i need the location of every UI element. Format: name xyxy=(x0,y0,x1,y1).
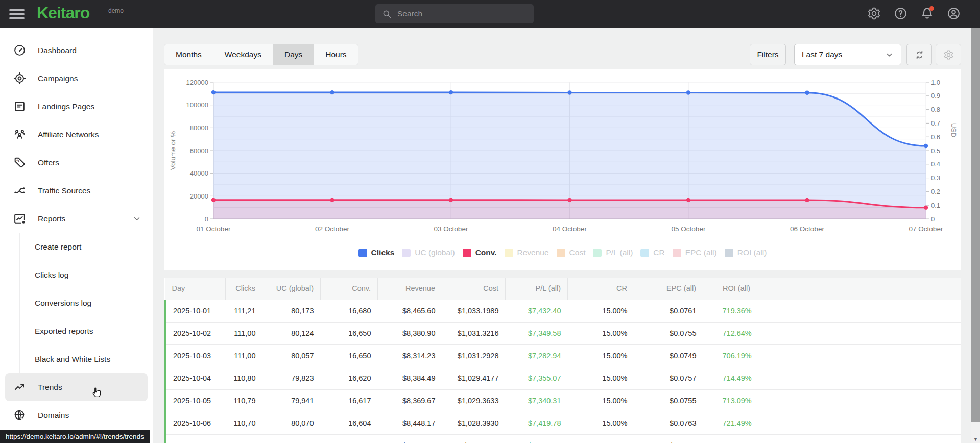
page-scrollbar[interactable]: ▼ xyxy=(971,28,980,443)
cell-conv: 16,617 xyxy=(321,389,378,412)
svg-text:40000: 40000 xyxy=(190,169,208,177)
landings-icon xyxy=(13,100,26,113)
cell-p-l-all: $7,419.78 xyxy=(506,412,568,434)
tab-months[interactable]: Months xyxy=(164,44,213,65)
cell-p-l-all: $7,432.40 xyxy=(506,300,568,322)
scrollbar-thumb[interactable] xyxy=(971,28,980,422)
svg-text:05 October: 05 October xyxy=(672,225,706,233)
legend-label: UC (global) xyxy=(415,248,455,257)
cell-roi-all: 713.09% xyxy=(703,389,962,412)
legend-item-epc-all[interactable]: EPC (all) xyxy=(673,248,717,257)
global-search[interactable] xyxy=(375,4,534,23)
sidebar-item-traffic-sources[interactable]: Traffic Sources xyxy=(0,177,153,205)
legend-item-revenue[interactable]: Revenue xyxy=(505,248,549,257)
column-header-cost[interactable]: Cost xyxy=(442,278,506,300)
cell-epc-all: $0.0749 xyxy=(634,344,703,367)
tab-weekdays[interactable]: Weekdays xyxy=(213,44,273,65)
cell-roi-all: 719.36% xyxy=(703,300,962,322)
table-row: 2025-10-02111,0080,12416,650$8,380.90$1,… xyxy=(165,322,962,344)
legend-swatch xyxy=(725,249,733,257)
chevron-down-icon xyxy=(885,51,894,59)
reports-icon xyxy=(13,212,26,225)
chart-legend: ClicksUC (global)Conv.RevenueCostP/L (al… xyxy=(164,248,961,257)
sidebar-subitem-create-report[interactable]: Create report xyxy=(0,233,153,261)
help-button[interactable] xyxy=(893,7,907,21)
tab-hours[interactable]: Hours xyxy=(314,44,357,65)
cell-uc-global: 80,173 xyxy=(262,300,321,322)
hamburger-menu-button[interactable] xyxy=(9,7,25,21)
cell-cr: 15.00% xyxy=(568,300,634,322)
svg-text:04 October: 04 October xyxy=(553,225,587,233)
column-header-roi-all[interactable]: ROI (all) xyxy=(703,278,962,300)
sidebar-subitem-black-and-white-lists[interactable]: Black and White Lists xyxy=(0,345,153,373)
legend-item-cost[interactable]: Cost xyxy=(557,248,586,257)
cell-cr: 15.00% xyxy=(568,389,634,412)
cell-cr: 15.00% xyxy=(568,322,634,344)
sidebar-subitem-exported-reports[interactable]: Exported reports xyxy=(0,317,153,345)
column-header-conv[interactable]: Conv. xyxy=(321,278,378,300)
cell-conv: 6,646 xyxy=(321,434,378,443)
sidebar-item-domains[interactable]: Domains xyxy=(0,401,153,429)
cell-revenue: $8,384.49 xyxy=(378,367,442,389)
app-logo[interactable]: Keitaro xyxy=(37,4,89,22)
sidebar-item-dashboard[interactable]: Dashboard xyxy=(0,36,153,64)
sidebar-item-label: Domains xyxy=(38,411,69,420)
svg-text:0.6: 0.6 xyxy=(931,133,940,141)
sidebar-subitem-label: Conversions log xyxy=(35,299,91,308)
gear-icon xyxy=(943,50,954,60)
sidebar-subitem-clicks-log[interactable]: Clicks log xyxy=(0,261,153,289)
cell-revenue: $8,465.60 xyxy=(378,300,442,322)
column-header-day[interactable]: Day xyxy=(165,278,226,300)
topbar: Keitaro demo xyxy=(0,0,980,28)
search-input[interactable] xyxy=(397,9,527,18)
column-header-cr[interactable]: CR xyxy=(568,278,634,300)
column-header-uc-global[interactable]: UC (global) xyxy=(262,278,321,300)
svg-text:0.3: 0.3 xyxy=(931,174,940,182)
sidebar-item-trends[interactable]: Trends xyxy=(5,373,148,401)
legend-item-conv[interactable]: Conv. xyxy=(463,248,497,257)
cell-uc-global: 79,941 xyxy=(262,389,321,412)
cell-clicks: 110,80 xyxy=(226,367,262,389)
cell-epc-all: $0.0763 xyxy=(634,412,703,434)
legend-label: Revenue xyxy=(517,248,549,257)
date-range-select[interactable]: Last 7 days xyxy=(794,44,901,65)
legend-label: P/L (all) xyxy=(606,248,633,257)
sidebar-item-campaigns[interactable]: Campaigns xyxy=(0,64,153,92)
legend-item-clicks[interactable]: Clicks xyxy=(358,248,395,257)
column-header-revenue[interactable]: Revenue xyxy=(378,278,442,300)
sidebar-item-landings-pages[interactable]: Landings Pages xyxy=(0,92,153,120)
sidebar: DashboardCampaignsLandings PagesAffiliat… xyxy=(0,28,153,443)
sidebar-subitem-conversions-log[interactable]: Conversions log xyxy=(0,289,153,317)
sidebar-item-reports[interactable]: Reports xyxy=(0,205,153,233)
svg-text:0.1: 0.1 xyxy=(931,202,940,209)
cell-clicks: 110,70 xyxy=(226,412,262,434)
column-header-p-l-all[interactable]: P/L (all) xyxy=(506,278,568,300)
cell-revenue: $3,283.41 xyxy=(378,434,442,443)
cell-day: 2025-10-03 xyxy=(165,344,226,367)
table-header-row: DayClicksUC (global)Conv.RevenueCostP/L … xyxy=(165,278,962,300)
sidebar-item-affiliate-networks[interactable]: Affiliate Networks xyxy=(0,120,153,149)
settings-gear-button[interactable] xyxy=(867,7,881,21)
sidebar-item-label: Affiliate Networks xyxy=(38,130,99,139)
table-row: 2025-10-06110,7080,07016,604$8,448.17$1,… xyxy=(165,412,962,434)
column-header-epc-all[interactable]: EPC (all) xyxy=(634,278,703,300)
column-header-clicks[interactable]: Clicks xyxy=(226,278,262,300)
scrollbar-down-arrow[interactable]: ▼ xyxy=(971,436,980,442)
tab-days[interactable]: Days xyxy=(273,44,314,65)
legend-item-cr[interactable]: CR xyxy=(640,248,664,257)
notifications-button[interactable] xyxy=(920,7,934,21)
chart-settings-button[interactable] xyxy=(936,44,961,65)
cell-clicks: 111,00 xyxy=(226,344,262,367)
legend-item-uc-global[interactable]: UC (global) xyxy=(402,248,455,257)
legend-item-roi-all[interactable]: ROI (all) xyxy=(725,248,767,257)
refresh-button[interactable] xyxy=(906,44,932,65)
sidebar-item-label: Campaigns xyxy=(38,74,78,83)
domains-icon xyxy=(13,409,26,422)
filters-button[interactable]: Filters xyxy=(750,44,786,65)
legend-item-p-l-all[interactable]: P/L (all) xyxy=(593,248,633,257)
sidebar-item-offers[interactable]: $Offers xyxy=(0,149,153,177)
svg-text:0.8: 0.8 xyxy=(931,106,940,113)
user-account-button[interactable] xyxy=(946,7,961,21)
cell-epc-all: $0.0755 xyxy=(634,389,703,412)
sidebar-item-label: Dashboard xyxy=(38,46,77,55)
